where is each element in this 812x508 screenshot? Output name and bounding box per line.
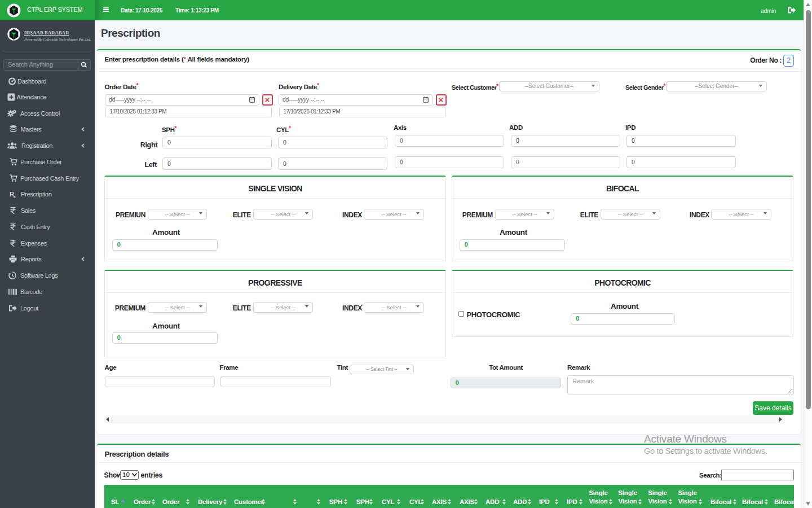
- svg-text:x: x: [14, 194, 16, 199]
